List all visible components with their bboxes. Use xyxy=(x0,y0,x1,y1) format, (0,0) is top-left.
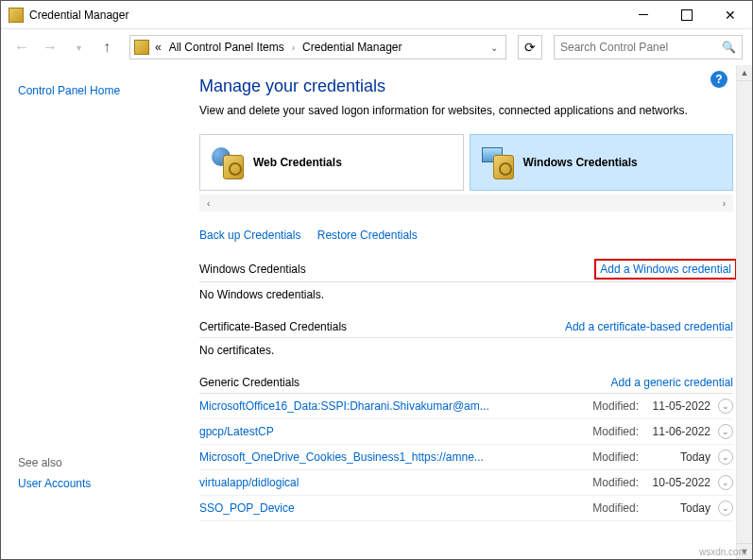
credential-row[interactable]: virtualapp/didlogicalModified:10-05-2022… xyxy=(199,470,733,496)
modified-date: 10-05-2022 xyxy=(644,476,710,489)
web-credentials-icon xyxy=(210,145,244,179)
watermark: wsxdn.com xyxy=(699,547,746,557)
sidebar: Control Panel Home See also User Account… xyxy=(1,65,190,559)
address-icon xyxy=(134,40,149,55)
modified-label: Modified: xyxy=(592,501,639,515)
windows-credentials-empty: No Windows credentials. xyxy=(199,282,733,301)
main-content: ? Manage your credentials View and delet… xyxy=(190,65,752,559)
windows-credentials-icon xyxy=(480,145,514,179)
scroll-up-button[interactable]: ▲ xyxy=(737,65,752,81)
certificate-credentials-section-title: Certificate-Based Credentials xyxy=(199,320,347,333)
card-nav-right[interactable]: › xyxy=(723,198,726,209)
window-title: Credential Manager xyxy=(29,8,128,22)
search-input[interactable] xyxy=(560,41,722,54)
web-credentials-label: Web Credentials xyxy=(253,156,342,169)
backup-credentials-link[interactable]: Back up Credentials xyxy=(199,229,300,242)
search-icon[interactable]: 🔍 xyxy=(722,41,736,54)
nav-bar: ← → ▾ ↑ « All Control Panel Items › Cred… xyxy=(1,29,752,65)
crumb-separator: › xyxy=(290,42,297,53)
add-generic-credential-link[interactable]: Add a generic credential xyxy=(611,376,733,389)
card-nav-left[interactable]: ‹ xyxy=(207,198,210,209)
control-panel-home-link[interactable]: Control Panel Home xyxy=(18,84,173,97)
recent-locations-button[interactable]: ▾ xyxy=(67,36,90,59)
modified-date: Today xyxy=(644,450,710,464)
certificate-credentials-empty: No certificates. xyxy=(199,338,733,357)
credential-name[interactable]: MicrosoftOffice16_Data:SSPI:Dharani.Shiv… xyxy=(199,399,592,413)
modified-label: Modified: xyxy=(592,399,639,413)
credential-row[interactable]: gpcp/LatestCPModified:11-06-2022⌄ xyxy=(199,419,733,445)
credential-row[interactable]: MicrosoftOffice16_Data:SSPI:Dharani.Shiv… xyxy=(199,394,733,419)
credential-row[interactable]: Microsoft_OneDrive_Cookies_Business1_htt… xyxy=(199,445,733,470)
expand-icon[interactable]: ⌄ xyxy=(718,399,733,414)
modified-label: Modified: xyxy=(592,450,639,464)
expand-icon[interactable]: ⌄ xyxy=(718,450,733,465)
address-bar[interactable]: « All Control Panel Items › Credential M… xyxy=(129,35,506,59)
card-nav: ‹ › xyxy=(199,195,733,212)
refresh-button[interactable]: ⟳ xyxy=(518,35,542,59)
crumb-credential-manager[interactable]: Credential Manager xyxy=(300,41,403,54)
app-icon xyxy=(9,8,24,23)
add-certificate-credential-link[interactable]: Add a certificate-based credential xyxy=(565,320,733,333)
modified-label: Modified: xyxy=(592,425,639,438)
credential-name[interactable]: gpcp/LatestCP xyxy=(199,425,592,438)
modified-date: Today xyxy=(644,501,710,515)
minimize-button[interactable] xyxy=(622,1,665,29)
maximize-button[interactable] xyxy=(665,1,709,29)
credential-name[interactable]: SSO_POP_Device xyxy=(199,501,592,515)
windows-credentials-section-title: Windows Credentials xyxy=(199,263,306,276)
add-windows-credential-link[interactable]: Add a Windows credential xyxy=(600,263,731,276)
address-dropdown[interactable]: ⌄ xyxy=(487,42,502,53)
web-credentials-card[interactable]: Web Credentials xyxy=(199,134,464,191)
close-button[interactable]: ✕ xyxy=(709,1,752,29)
modified-date: 11-05-2022 xyxy=(644,399,710,413)
vertical-scrollbar[interactable]: ▲ ▼ xyxy=(736,65,752,559)
windows-credentials-label: Windows Credentials xyxy=(523,156,638,169)
generic-credentials-section-title: Generic Credentials xyxy=(199,376,299,389)
credential-name[interactable]: virtualapp/didlogical xyxy=(199,476,592,489)
credential-name[interactable]: Microsoft_OneDrive_Cookies_Business1_htt… xyxy=(199,450,592,464)
restore-credentials-link[interactable]: Restore Credentials xyxy=(317,229,418,242)
user-accounts-link[interactable]: User Accounts xyxy=(18,477,173,490)
back-button[interactable]: ← xyxy=(10,36,33,59)
forward-button[interactable]: → xyxy=(39,36,61,59)
expand-icon[interactable]: ⌄ xyxy=(718,475,733,490)
help-icon[interactable]: ? xyxy=(710,71,727,88)
title-bar: Credential Manager ✕ xyxy=(1,1,752,29)
windows-credentials-card[interactable]: Windows Credentials xyxy=(470,134,734,191)
page-subtitle: View and delete your saved logon informa… xyxy=(199,104,733,117)
modified-label: Modified: xyxy=(592,476,639,489)
page-title: Manage your credentials xyxy=(199,76,733,96)
credential-row[interactable]: SSO_POP_DeviceModified:Today⌄ xyxy=(199,496,733,521)
see-also-header: See also xyxy=(18,456,173,469)
expand-icon[interactable]: ⌄ xyxy=(718,424,733,439)
expand-icon[interactable]: ⌄ xyxy=(718,501,733,516)
search-box[interactable]: 🔍 xyxy=(554,35,743,59)
crumb-all-items[interactable]: All Control Panel Items xyxy=(167,41,286,54)
crumb-prefix: « xyxy=(153,41,163,54)
up-button[interactable]: ↑ xyxy=(95,36,118,59)
modified-date: 11-06-2022 xyxy=(644,425,710,438)
